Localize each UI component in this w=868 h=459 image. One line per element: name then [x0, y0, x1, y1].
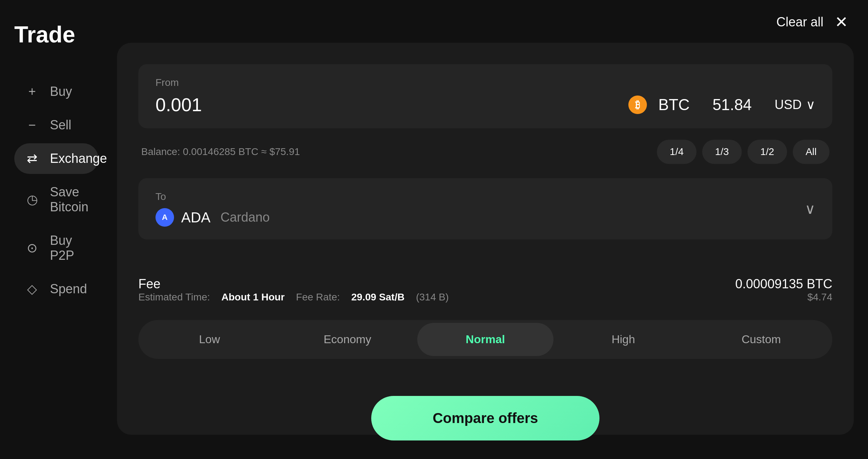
exchange-icon: ⇄ [24, 151, 40, 166]
fee-amount-usd: $4.74 [735, 292, 832, 303]
fee-rate-label: Fee Rate: [296, 292, 340, 303]
minus-icon: − [24, 118, 40, 133]
fee-label: Fee [138, 277, 449, 292]
clock-icon: ◷ [24, 192, 40, 207]
sidebar-item-buy-p2p[interactable]: ⊙ Buy P2P [14, 225, 98, 271]
to-label: To [155, 191, 270, 202]
sidebar-item-exchange-label: Exchange [50, 151, 107, 166]
fee-type-normal[interactable]: Normal [417, 323, 554, 356]
from-price: 51.84 [713, 96, 752, 114]
fraction-all-button[interactable]: All [793, 140, 829, 164]
sidebar-item-sell-label: Sell [50, 118, 71, 133]
to-left: To A ADA Cardano [155, 191, 270, 227]
from-section: From 0.001 ₿ BTC 51.84 USD ∨ [138, 64, 832, 128]
balance-text: Balance: 0.00146285 BTC ≈ $75.91 [141, 146, 300, 158]
to-currency: ADA [181, 210, 210, 226]
header-bar: Clear all ✕ [756, 0, 868, 44]
fee-type-economy[interactable]: Economy [279, 323, 416, 356]
from-right: ₿ BTC 51.84 USD ∨ [628, 96, 815, 114]
estimated-time-label: Estimated Time: [138, 292, 210, 303]
estimated-time-value: About 1 Hour [221, 292, 285, 303]
fee-type-custom[interactable]: Custom [693, 323, 829, 356]
tag-icon: ◇ [24, 282, 40, 296]
fee-size: (314 B) [416, 292, 449, 303]
from-label: From [155, 77, 815, 88]
to-currency-row: A ADA Cardano [155, 208, 270, 227]
fraction-half-button[interactable]: 1/2 [747, 140, 787, 164]
to-currency-full: Cardano [220, 210, 270, 225]
fee-type-low[interactable]: Low [141, 323, 278, 356]
fee-amounts: 0.00009135 BTC $4.74 [735, 277, 832, 303]
to-chevron-icon: ∨ [805, 201, 815, 217]
close-button[interactable]: ✕ [835, 13, 848, 31]
fraction-buttons: 1/4 1/3 1/2 All [657, 140, 829, 164]
currency-chevron-icon: ∨ [806, 97, 815, 112]
fee-details: Estimated Time: About 1 Hour Fee Rate: 2… [138, 292, 449, 303]
sidebar-item-sell[interactable]: − Sell [14, 110, 98, 140]
fee-amount-btc: 0.00009135 BTC [735, 277, 832, 292]
fee-row: Fee Estimated Time: About 1 Hour Fee Rat… [138, 277, 832, 303]
nav-menu: + Buy − Sell ⇄ Exchange ◷ Save Bitcoin ⊙… [14, 76, 98, 304]
sidebar-item-buy[interactable]: + Buy [14, 76, 98, 107]
fee-section: Fee Estimated Time: About 1 Hour Fee Rat… [138, 277, 832, 303]
fee-left: Fee Estimated Time: About 1 Hour Fee Rat… [138, 277, 449, 303]
trade-card: From 0.001 ₿ BTC 51.84 USD ∨ Balance: 0.… [117, 43, 854, 435]
currency-selector-label: USD [775, 97, 802, 112]
fee-rate-value: 29.09 Sat/B [351, 292, 404, 303]
from-row: 0.001 ₿ BTC 51.84 USD ∨ [155, 94, 815, 115]
clear-all-button[interactable]: Clear all [776, 15, 823, 30]
balance-row: Balance: 0.00146285 BTC ≈ $75.91 1/4 1/3… [138, 140, 832, 164]
ada-icon: A [155, 208, 174, 227]
sidebar-item-save-bitcoin[interactable]: ◷ Save Bitcoin [14, 177, 98, 222]
p2p-icon: ⊙ [24, 241, 40, 256]
fraction-third-button[interactable]: 1/3 [702, 140, 742, 164]
to-section[interactable]: To A ADA Cardano ∨ [138, 178, 832, 239]
fee-type-selector: Low Economy Normal High Custom [138, 320, 832, 359]
sidebar-item-exchange[interactable]: ⇄ Exchange [14, 143, 98, 174]
btc-icon: ₿ [628, 96, 647, 114]
sidebar: Trade + Buy − Sell ⇄ Exchange ◷ Save Bit… [0, 0, 110, 459]
from-amount[interactable]: 0.001 [155, 94, 202, 115]
main-content: Clear all ✕ From 0.001 ₿ BTC 51.84 USD ∨ [110, 0, 868, 459]
sidebar-item-spend[interactable]: ◇ Spend [14, 274, 98, 304]
currency-selector[interactable]: USD ∨ [775, 97, 815, 112]
plus-icon: + [24, 84, 40, 99]
fraction-quarter-button[interactable]: 1/4 [657, 140, 696, 164]
fee-type-high[interactable]: High [555, 323, 691, 356]
sidebar-item-buy-p2p-label: Buy P2P [50, 233, 88, 263]
app-title: Trade [14, 21, 98, 48]
compare-offers-button[interactable]: Compare offers [371, 396, 599, 440]
from-currency: BTC [658, 96, 690, 114]
sidebar-item-spend-label: Spend [50, 282, 87, 296]
sidebar-item-save-bitcoin-label: Save Bitcoin [50, 185, 88, 215]
sidebar-item-buy-label: Buy [50, 84, 72, 99]
